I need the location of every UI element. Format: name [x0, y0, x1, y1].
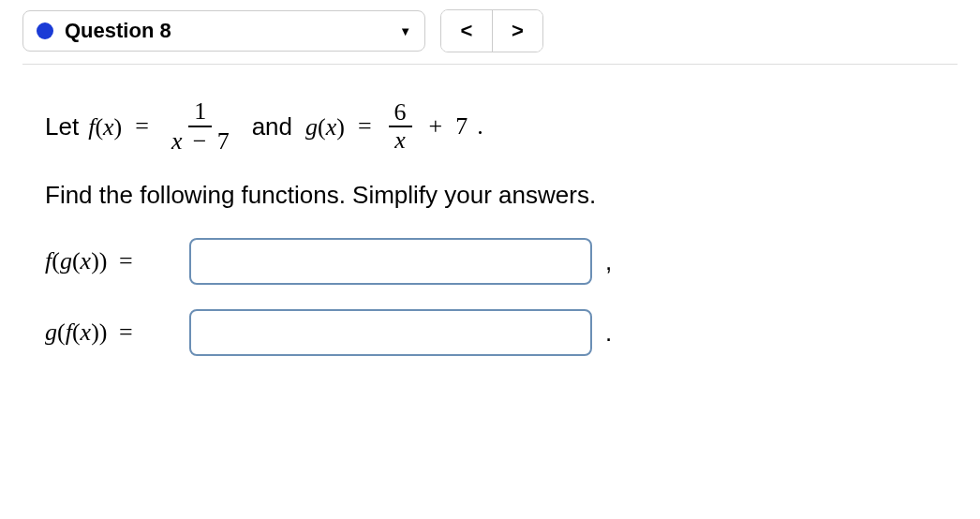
prev-question-button[interactable]: <: [441, 10, 492, 52]
next-question-button[interactable]: >: [492, 10, 542, 52]
equals: =: [131, 112, 153, 141]
status-dot-icon: [37, 22, 53, 39]
and-text: and: [252, 112, 292, 141]
g-of-x: g(x): [305, 112, 345, 141]
fraction-g: 6 x: [389, 99, 412, 155]
comma: ,: [605, 247, 612, 276]
chevron-right-icon: >: [512, 19, 524, 43]
answer-row-fg: f(g(x)) = ,: [45, 238, 935, 285]
fraction-f: 1 x − 7: [166, 98, 235, 155]
question-toolbar: Question 8 ▼ < >: [22, 9, 958, 52]
answer-row-gf: g(f(x)) = .: [45, 309, 935, 356]
problem-statement: Let f(x) = 1 x − 7 and g(x) = 6 x + 7.: [45, 98, 935, 155]
divider: [22, 64, 958, 65]
let-text: Let: [45, 112, 79, 141]
question-selector-left: Question 8: [37, 19, 171, 43]
question-label: Question 8: [65, 19, 171, 43]
f-of-x: f(x): [88, 112, 122, 141]
gf-label: g(f(x)) =: [45, 319, 176, 347]
chevron-down-icon: ▼: [399, 24, 411, 38]
chevron-left-icon: <: [461, 19, 473, 43]
fg-label: f(g(x)) =: [45, 247, 176, 275]
instruction-text: Find the following functions. Simplify y…: [45, 181, 935, 210]
fg-answer-input[interactable]: [189, 238, 592, 285]
period: .: [605, 319, 612, 348]
equals: =: [354, 112, 376, 141]
question-content: Let f(x) = 1 x − 7 and g(x) = 6 x + 7. F…: [22, 91, 958, 356]
nav-group: < >: [440, 9, 543, 52]
gf-answer-input[interactable]: [189, 309, 592, 356]
question-selector[interactable]: Question 8 ▼: [22, 10, 425, 52]
